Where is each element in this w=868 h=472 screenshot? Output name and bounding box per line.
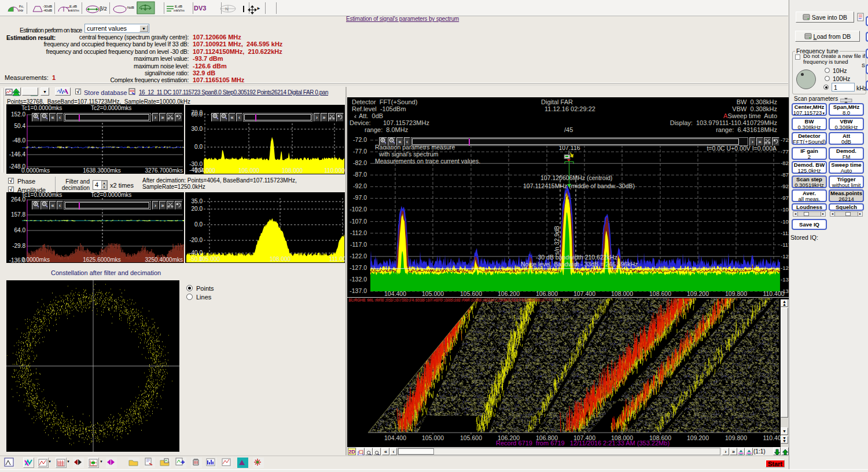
svg-text:105.000: 105.000 [422, 434, 444, 441]
svg-text:20.0: 20.0 [192, 206, 203, 212]
svg-text:107.120606MHz (centroid): 107.120606MHz (centroid) [540, 174, 612, 181]
svg-text:E,dB: E,dB [175, 5, 182, 8]
svg-text:DV3: DV3 [194, 5, 206, 12]
svg-text:-87.0: -87.0 [353, 171, 367, 178]
svg-text:Noise level. Bandwidt - 33dB =: Noise level. Bandwidt - 33dB = 246.596kH… [521, 261, 638, 268]
svg-text:-127.0: -127.0 [350, 264, 367, 271]
svg-text:108.000: 108.000 [282, 167, 303, 174]
svg-text:30.0: 30.0 [192, 126, 203, 132]
svg-text:0.0000mks: 0.0000mks [21, 167, 50, 174]
svg-text:-87.0: -87.0 [781, 171, 789, 178]
svg-text:-102.0: -102.0 [350, 206, 367, 213]
svg-text:-30dB: -30dB [43, 5, 52, 8]
svg-text:108.000: 108.000 [270, 256, 291, 262]
svg-text:50.4: 50.4 [14, 123, 26, 129]
svg-text:-40dB: -40dB [43, 9, 52, 12]
svg-text:mkV/m: mkV/m [68, 9, 79, 12]
svg-text:70.0: 70.0 [192, 109, 203, 116]
svg-text:-40.0: -40.0 [189, 250, 203, 256]
svg-text:107.400: 107.400 [573, 290, 595, 297]
svg-text:104.400: 104.400 [384, 434, 406, 441]
svg-text:Hz: Hz [19, 9, 23, 12]
svg-text:104.400: 104.400 [384, 290, 406, 297]
svg-text:Tc1=0.0000mks: Tc1=0.0000mks [21, 105, 62, 111]
svg-text:-29.8: -29.8 [12, 243, 25, 249]
svg-text:range: 8.0MHz: range: 8.0MHz [365, 126, 408, 133]
svg-text:E,dB: E,dB [69, 5, 77, 8]
svg-text:Tc2=0.0000mks: Tc2=0.0000mks [91, 105, 131, 111]
svg-text:ASweep time Auto: ASweep time Auto [723, 112, 777, 119]
svg-text:157.8: 157.8 [11, 211, 25, 218]
svg-text:-127.0: -127.0 [781, 265, 789, 271]
svg-text:152.0: 152.0 [11, 111, 25, 118]
svg-text:Record 6719 from 6719 12/11: Record 6719 from 6719 12/11/2016 2:21:33… [496, 440, 670, 447]
svg-text:0.0: 0.0 [194, 221, 203, 228]
svg-text:-72.0: -72.0 [781, 137, 789, 143]
svg-text:-107.0: -107.0 [781, 218, 789, 225]
svg-text:-48.0: -48.0 [12, 137, 25, 144]
svg-text:3276.7000mks: 3276.7000mks [145, 167, 183, 174]
svg-text:1638.3000mks: 1638.3000mks [83, 167, 121, 174]
svg-text:109.800: 109.800 [725, 290, 747, 297]
svg-text:1625.6000mks: 1625.6000mks [83, 257, 121, 263]
svg-text:-72.0: -72.0 [353, 136, 367, 143]
svg-text:107.112415MHz (middle of bandw: 107.112415MHz (middle of bandw.-30dB) [523, 182, 635, 189]
svg-text:109.200: 109.200 [687, 290, 709, 297]
svg-text:35.0: 35.0 [192, 198, 203, 204]
svg-text:-146.4: -146.4 [9, 151, 26, 158]
svg-text:0.0: 0.0 [194, 144, 203, 150]
svg-text:109.800: 109.800 [725, 434, 747, 441]
svg-text:-112.0: -112.0 [781, 230, 789, 236]
svg-text:64.0: 64.0 [14, 227, 26, 233]
svg-text:108.000: 108.000 [611, 290, 633, 297]
svg-text:-97.0: -97.0 [781, 195, 789, 201]
svg-text:s/n 32.9dB: s/n 32.9dB [553, 226, 560, 255]
svg-text:with signal's spectrum: with signal's spectrum [378, 151, 439, 158]
svg-text:-77.0: -77.0 [781, 148, 789, 155]
svg-text:-122.0: -122.0 [781, 253, 789, 259]
svg-text:VBW 0.308kHz: VBW 0.308kHz [732, 105, 777, 112]
svg-text:-132.0: -132.0 [350, 276, 367, 283]
svg-text:108.600: 108.600 [649, 290, 671, 297]
svg-text:105.000: 105.000 [199, 256, 220, 262]
svg-text:-137.0: -137.0 [350, 287, 367, 294]
svg-text:-112.0: -112.0 [350, 229, 367, 236]
svg-text:β/2: β/2 [100, 6, 107, 12]
svg-text:Device:: Device: [350, 119, 371, 126]
svg-text:Tc2=0.0000mks: Tc2=0.0000mks [91, 192, 131, 198]
svg-text:N: N [225, 6, 229, 12]
svg-text:-NdB: -NdB [126, 6, 134, 9]
svg-text:110.400: 110.400 [763, 290, 784, 297]
svg-text:-117.0: -117.0 [781, 242, 789, 248]
svg-text:11.12.16 02:29:22: 11.12.16 02:29:22 [545, 105, 595, 112]
svg-text:-102.0: -102.0 [781, 206, 789, 213]
svg-text:-92.0: -92.0 [353, 182, 367, 189]
svg-text:-30 dB bandwidth 210.622kHz: -30 dB bandwidth 210.622kHz [536, 254, 617, 261]
svg-text:-92.0: -92.0 [781, 183, 789, 189]
svg-text:Tc1=0.0000mks: Tc1=0.0000mks [21, 192, 62, 198]
svg-text:107.115723MHz: 107.115723MHz [383, 119, 429, 126]
svg-text:-77.0: -77.0 [353, 148, 367, 155]
svg-text:104.000: 104.000 [194, 167, 216, 174]
svg-text:Fc,: Fc, [19, 5, 24, 8]
svg-text:-122.0: -122.0 [350, 253, 367, 259]
svg-text:-82.0: -82.0 [353, 159, 367, 166]
svg-text:Display: 103.979111-110.41072: Display: 103.979111-110.410729MHz [670, 119, 777, 126]
svg-text:0.0000mks: 0.0000mks [21, 257, 50, 263]
svg-text:-97.0: -97.0 [353, 194, 367, 201]
svg-text:Att. 0dB: Att. 0dB [359, 112, 383, 119]
svg-text:range: 6.431618MHz: range: 6.431618MHz [716, 126, 777, 133]
svg-text:110.000: 110.000 [324, 167, 345, 174]
svg-text:-20.0: -20.0 [189, 237, 203, 243]
svg-text:-132.0: -132.0 [781, 276, 789, 283]
svg-text:-82.0: -82.0 [781, 160, 789, 166]
svg-text:105.600: 105.600 [460, 290, 482, 297]
svg-text:106.000: 106.000 [238, 167, 260, 174]
svg-text:Digital FAR: Digital FAR [541, 98, 573, 105]
svg-text:-107.0: -107.0 [350, 218, 367, 225]
svg-text:Detector FFT(+Sound): Detector FFT(+Sound) [352, 98, 417, 105]
svg-text:BW 0.308kHz: BW 0.308kHz [737, 98, 777, 105]
svg-text:-117.0: -117.0 [350, 241, 367, 248]
svg-text:105.600: 105.600 [460, 434, 482, 441]
svg-text:Measurements on trace current: Measurements on trace current values. [375, 158, 480, 164]
